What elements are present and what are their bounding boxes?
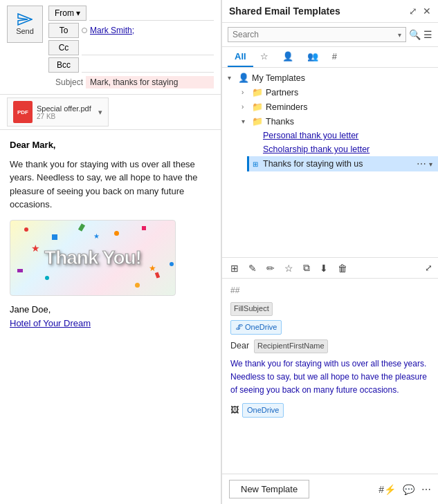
tab-favorites[interactable]: ☆ xyxy=(253,47,275,67)
template-preview: ## FillSubject 🖇 OneDrive Dear Recipient… xyxy=(222,279,438,474)
from-chevron: ▾ xyxy=(76,8,80,18)
attachment-symbol: 🖇 xyxy=(235,321,243,334)
tree-item-my-templates[interactable]: ▾ 👤 My Templates xyxy=(222,71,438,85)
dropdown-arrow[interactable]: ▾ xyxy=(429,160,432,168)
panel-footer: New Template #⚡ 💬 ⋯ xyxy=(222,474,438,504)
template-tree: ▾ 👤 My Templates › 📁 Partners › 📁 Remind… xyxy=(222,68,438,257)
from-input[interactable] xyxy=(89,6,214,21)
attachment-item[interactable]: PDF Special offer.pdf 27 KB ▾ xyxy=(7,97,109,127)
email-header: Send From ▾ To Mark Smith; xyxy=(0,0,221,95)
recipient-field: Mark Smith; xyxy=(82,26,134,35)
my-templates-label: My Templates xyxy=(252,73,432,83)
partners-label: Partners xyxy=(266,88,432,97)
onedrive-bottom-label: OneDrive xyxy=(247,404,279,417)
chat-icon[interactable]: 💬 xyxy=(403,484,414,495)
delete-icon[interactable]: 🗑 xyxy=(335,261,350,275)
attachment-bar: PDF Special offer.pdf 27 KB ▾ xyxy=(0,95,221,130)
cc-input[interactable] xyxy=(82,40,214,55)
from-row: From ▾ xyxy=(48,6,214,21)
chevron-down-icon: ▾ xyxy=(241,118,250,125)
chevron-right-icon: › xyxy=(241,103,250,111)
tab-hash[interactable]: # xyxy=(325,47,344,67)
new-template-button[interactable]: New Template xyxy=(229,480,309,498)
tree-item-thanks-staying[interactable]: ⊞ Thanks for staying with us ⋯ ▾ xyxy=(247,156,438,171)
email-greeting: Dear Mark, xyxy=(10,138,211,152)
cc-button[interactable]: Cc xyxy=(48,40,79,55)
tab-all[interactable]: All xyxy=(228,47,253,67)
search-bar: ▾ 🔍 ☰ xyxy=(222,23,438,47)
tree-item-thanks-folder[interactable]: ▾ 📁 Thanks xyxy=(236,114,438,129)
cc-row: Cc xyxy=(48,40,214,55)
cc-label: Cc xyxy=(59,43,69,53)
more-button[interactable]: ⋯ xyxy=(414,158,429,169)
pin-icon[interactable]: ⤢ xyxy=(409,6,417,17)
recipient-first-name-tag: RecipientFirstName xyxy=(254,339,328,353)
svg-marker-0 xyxy=(18,14,32,25)
to-button[interactable]: To xyxy=(48,23,79,38)
hotel-link[interactable]: Hotel of Your Dream xyxy=(10,318,91,328)
attachment-size: 27 KB xyxy=(37,113,91,120)
person-icon: 👤 xyxy=(238,73,249,83)
onedrive-bottom: 🖼 OneDrive xyxy=(230,403,430,418)
template-icon: ⊞ xyxy=(253,160,261,168)
template-toolbar: ⊞ ✎ ✏ ☆ ⧉ ⬇ 🗑 ⤢ xyxy=(222,257,438,279)
preview-body-text: We thank you for staying with us over al… xyxy=(230,357,430,398)
thank-you-text: Thank You! xyxy=(44,243,141,272)
close-icon[interactable]: ✕ xyxy=(423,6,431,17)
subject-label: Subject xyxy=(48,77,83,87)
panel-header: Shared Email Templates ⤢ ✕ xyxy=(222,0,438,23)
reminders-label: Reminders xyxy=(266,102,432,112)
new-template-label: New Template xyxy=(241,484,298,494)
search-input-wrap: ▾ xyxy=(228,27,406,42)
expand-icon[interactable]: ⤢ xyxy=(425,263,432,273)
personal-thank-label: Personal thank you letter xyxy=(263,131,432,140)
thanks-folder-label: Thanks xyxy=(266,117,432,127)
to-label: To xyxy=(60,26,69,35)
attachment-name: Special offer.pdf xyxy=(37,104,91,113)
tree-item-personal-thank[interactable]: Personal thank you letter xyxy=(247,129,438,142)
search-dropdown-icon[interactable]: ▾ xyxy=(398,31,401,39)
recipient-name[interactable]: Mark Smith; xyxy=(90,26,134,35)
subject-value: Mark, thanks for staying xyxy=(86,76,214,88)
tree-item-scholarship[interactable]: Scholarship thank you letter xyxy=(247,142,438,156)
right-panel: Shared Email Templates ⤢ ✕ ▾ 🔍 ☰ All ☆ 👤… xyxy=(221,0,438,504)
bcc-row: Bcc xyxy=(48,57,214,73)
onedrive-row: 🖇 OneDrive xyxy=(230,320,430,335)
recipient-status-dot xyxy=(82,28,87,33)
edit-template-icon[interactable]: ✎ xyxy=(246,261,259,275)
more-options-icon[interactable]: ⋯ xyxy=(421,484,431,495)
filter-icon[interactable]: ☰ xyxy=(423,29,432,40)
tab-shared[interactable]: 👥 xyxy=(300,47,325,67)
tree-item-reminders[interactable]: › 📁 Reminders xyxy=(236,100,438,114)
from-button[interactable]: From ▾ xyxy=(48,6,86,21)
thank-you-image: ★ ★ ★ Thank You! xyxy=(10,220,176,296)
search-icon[interactable]: 🔍 xyxy=(409,29,421,40)
paste-to-email-icon[interactable]: ⊞ xyxy=(228,261,241,275)
onedrive-bottom-tag: OneDrive xyxy=(242,403,284,418)
tab-personal[interactable]: 👤 xyxy=(275,47,300,67)
email-toolbar: Send From ▾ To Mark Smith; xyxy=(7,6,214,88)
bcc-label: Bcc xyxy=(57,60,71,70)
copy-icon[interactable]: ⧉ xyxy=(300,261,313,275)
send-button[interactable]: Send xyxy=(7,6,43,43)
thanks-staying-label: Thanks for staying with us xyxy=(263,159,414,169)
scholarship-label: Scholarship thank you letter xyxy=(263,144,432,154)
download-icon[interactable]: ⬇ xyxy=(317,261,331,275)
bcc-input[interactable] xyxy=(82,57,214,73)
selected-bar xyxy=(247,156,249,171)
footer-icons: #⚡ 💬 ⋯ xyxy=(378,484,431,495)
search-input[interactable] xyxy=(232,30,398,39)
signature-name: Jane Doe, xyxy=(10,303,211,317)
star-icon[interactable]: ☆ xyxy=(282,261,296,275)
attachment-chevron: ▾ xyxy=(98,108,102,117)
fields-area: From ▾ To Mark Smith; Cc xyxy=(48,6,214,88)
pencil-icon[interactable]: ✏ xyxy=(264,261,277,275)
bcc-button[interactable]: Bcc xyxy=(48,57,79,73)
tabs-row: All ☆ 👤 👥 # xyxy=(222,47,438,68)
tree-item-partners[interactable]: › 📁 Partners xyxy=(236,85,438,100)
lightning-icon[interactable]: #⚡ xyxy=(378,484,396,495)
email-panel: Send From ▾ To Mark Smith; xyxy=(0,0,221,504)
to-row: To Mark Smith; xyxy=(48,23,214,38)
preview-dear: Dear RecipientFirstName xyxy=(230,339,430,353)
attachment-info: Special offer.pdf 27 KB xyxy=(37,104,91,120)
